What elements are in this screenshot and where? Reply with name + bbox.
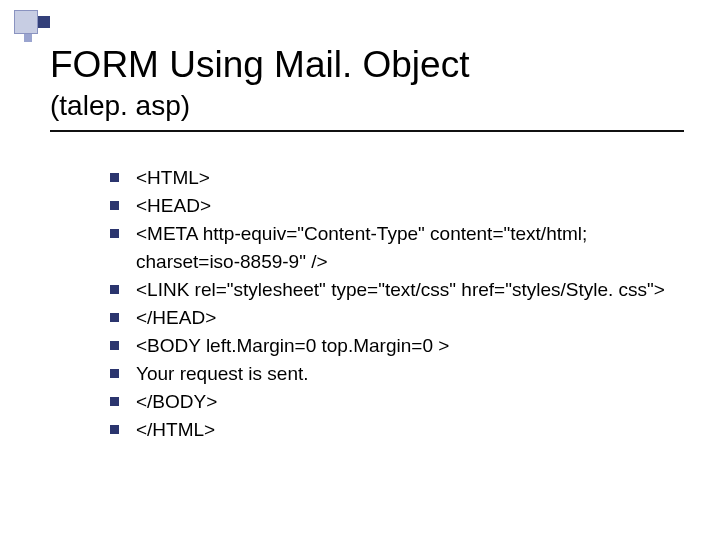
list-item-text: <BODY left.Margin=0 top.Margin=0 >: [136, 335, 449, 356]
slide-subtitle: (talep. asp): [50, 90, 190, 122]
list-item: <HEAD>: [110, 192, 690, 220]
corner-decoration: [14, 10, 64, 48]
list-item-text: </BODY>: [136, 391, 217, 412]
list-item: <HTML>: [110, 164, 690, 192]
title-underline: [50, 130, 684, 132]
list-item-text: <LINK rel="stylesheet" type="text/css" h…: [136, 279, 665, 300]
slide-title: FORM Using Mail. Object: [50, 44, 469, 86]
list-item-text: <HEAD>: [136, 195, 211, 216]
list-item-text: </HTML>: [136, 419, 215, 440]
list-item: <BODY left.Margin=0 top.Margin=0 >: [110, 332, 690, 360]
list-item: Your request is sent.: [110, 360, 690, 388]
list-item-text: </HEAD>: [136, 307, 216, 328]
list-item: </HEAD>: [110, 304, 690, 332]
list-item-text: <META http-equiv="Content-Type" content=…: [136, 223, 587, 272]
list-item-text: Your request is sent.: [136, 363, 309, 384]
square-icon: [38, 16, 50, 28]
list-item: <META http-equiv="Content-Type" content=…: [110, 220, 690, 276]
list-item: <LINK rel="stylesheet" type="text/css" h…: [110, 276, 690, 304]
bullet-list: <HTML> <HEAD> <META http-equiv="Content-…: [110, 164, 690, 444]
square-icon: [14, 10, 38, 34]
list-item: </HTML>: [110, 416, 690, 444]
slide: FORM Using Mail. Object (talep. asp) <HT…: [0, 0, 720, 540]
slide-body: <HTML> <HEAD> <META http-equiv="Content-…: [110, 164, 690, 444]
list-item: </BODY>: [110, 388, 690, 416]
list-item-text: <HTML>: [136, 167, 210, 188]
square-icon: [24, 34, 32, 42]
